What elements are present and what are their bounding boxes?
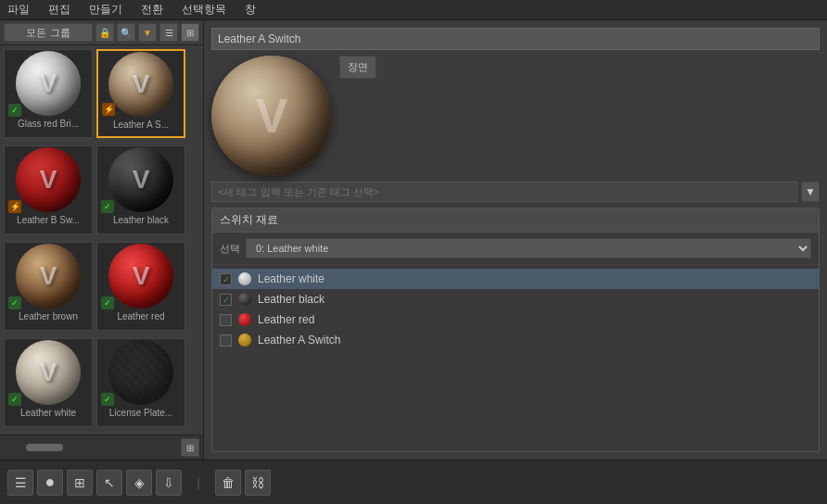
dot-icon-btn[interactable]: ● [37,470,63,496]
v-logo-white2: V [40,358,57,387]
menu-icon-btn[interactable]: ☰ [7,470,33,496]
sphere-leather-b: V [16,147,81,212]
delete-icon-btn[interactable]: 🗑 [215,470,241,496]
v-logo: V [40,69,57,98]
mini-sphere-white [238,272,251,285]
checkbox-white[interactable] [220,273,232,285]
mat-label-leather-b: Leather B Sw... [5,213,92,227]
mat-item-leather-brown[interactable]: V ✓ Leather brown [4,242,93,331]
sphere-leather-white2: V [16,340,81,405]
v-logo-red: V [133,261,150,291]
tag-dropdown-btn[interactable]: ▼ [801,182,820,202]
preview-v-logo: V [256,88,288,144]
badge-check-black: ✓ [101,200,114,213]
mat-label-leather-black: Leather black [97,213,184,227]
v-logo-a: V [133,69,150,99]
mat-item-leather-b[interactable]: V ⚡ Leather B Sw... [4,145,93,234]
green-check-icon-license: ✓ [101,393,114,406]
green-check-icon-brown: ✓ [8,296,21,309]
tags-row: ▼ [211,182,820,202]
switch-list-item-white[interactable]: Leather white [212,269,819,289]
tag-input[interactable] [211,182,797,202]
grid-icon-btn[interactable]: ⊞ [67,470,93,496]
menu-bar: 파일 편집 만들기 전환 선택항목 창 [0,0,827,20]
horizontal-scrollbar[interactable] [7,444,173,451]
switch-panel: 스위치 재료 선택 0: Leather white Leather white [211,208,820,452]
mat-item-leather-white[interactable]: V ✓ Leather white [4,338,93,427]
filter-icon-btn[interactable]: ▼ [138,23,157,42]
badge-check: ✓ [8,104,21,117]
mat-label-license: License Plate... [97,406,184,420]
sphere-leather-red: V [108,244,173,309]
lock-icon-btn[interactable]: 🔒 [95,23,114,42]
mat-label-leather-white: Leather white [5,406,92,420]
menu-convert[interactable]: 전환 [137,0,167,19]
search-icon-btn[interactable]: 🔍 [117,23,135,42]
scene-buttons: 장면 [339,56,376,176]
mat-icon-red [237,312,252,327]
switch-select[interactable]: 0: Leather white [246,238,811,258]
sphere-leather-black: V [108,147,173,212]
green-check-icon-red: ✓ [101,296,114,309]
sphere-leather-brown: V [16,244,81,309]
mini-sphere-black [238,293,251,306]
v-logo-b: V [40,165,57,195]
material-grid: V ✓ Glass red Bri... V [0,45,203,435]
checkbox-red[interactable] [220,314,232,326]
mini-sphere-red [238,313,251,326]
switch-list-item-black[interactable]: Leather black [212,289,819,309]
switch-mat-name-white: Leather white [258,272,324,285]
view-toggle-btn[interactable]: ⊞ [181,438,199,457]
checkbox-black[interactable] [220,294,232,306]
list-view-btn[interactable]: ☰ [159,23,178,42]
switch-panel-header: 스위치 재료 [212,208,819,233]
mat-icon-switch [237,333,252,347]
checkbox-switch[interactable] [220,334,232,346]
switch-list-item-red[interactable]: Leather red [212,309,819,330]
scene-button[interactable]: 장면 [339,56,376,79]
mat-label-glass-red: Glass red Bri... [5,117,92,131]
green-check-icon: ✓ [8,104,21,117]
paint-icon-btn[interactable]: ◈ [126,470,152,496]
mat-item-license[interactable]: ✓ License Plate... [96,338,185,427]
switch-mat-name-switch: Leather A Switch [258,334,340,346]
green-check-icon-white: ✓ [8,393,21,406]
download-icon-btn[interactable]: ⇩ [156,470,182,496]
mat-item-leather-black[interactable]: V ✓ Leather black [96,145,185,234]
grid-view-btn[interactable]: ⊞ [181,23,199,42]
mat-label-leather-red: Leather red [97,309,184,323]
group-dropdown[interactable]: 모든 그룹 [4,23,93,42]
chain-icon-btn[interactable]: ⛓ [245,470,271,496]
left-panel: 모든 그룹 🔒 🔍 ▼ ☰ ⊞ V ✓ [0,20,204,460]
badge-check-white: ✓ [8,393,21,406]
mat-icon-black [237,292,252,307]
mat-label-leather-a: Leather A S... [98,118,184,132]
mat-item-leather-red[interactable]: V ✓ Leather red [96,242,185,331]
orange-badge-b: ⚡ [8,200,21,213]
switch-list-item-switch[interactable]: Leather A Switch [212,330,819,350]
menu-window[interactable]: 창 [241,0,260,19]
mini-sphere-switch [238,334,251,346]
mat-label-leather-brown: Leather brown [5,309,92,323]
left-toolbar: 모든 그룹 🔒 🔍 ▼ ☰ ⊞ [0,20,203,45]
menu-file[interactable]: 파일 [4,0,33,19]
menu-selection[interactable]: 선택항목 [178,0,230,19]
material-name-input[interactable] [211,28,820,50]
v-logo-brown: V [40,261,57,291]
mat-item-glass-red[interactable]: V ✓ Glass red Bri... [4,49,93,138]
mat-icon-white [237,271,252,286]
sphere-leather-a: V [108,52,173,117]
switch-list: Leather white Leather black Leat [212,265,819,354]
mat-item-leather-a[interactable]: V ⚡ Leather A S... [96,49,185,138]
cursor-icon-btn[interactable]: ↖ [96,470,122,496]
bottom-toolbar: ☰ ● ⊞ ↖ ◈ ⇩ | 🗑 ⛓ [0,460,827,504]
switch-mat-name-red: Leather red [258,313,314,326]
v-logo-black: V [133,165,150,195]
badge-check-brown: ✓ [8,296,21,309]
main-layout: 모든 그룹 🔒 🔍 ▼ ☰ ⊞ V ✓ [0,20,827,460]
sphere-license [108,340,173,405]
menu-create[interactable]: 만들기 [85,0,126,19]
switch-select-label: 선택 [220,242,240,256]
preview-area: V 장면 [211,56,820,176]
menu-edit[interactable]: 편집 [45,0,74,19]
